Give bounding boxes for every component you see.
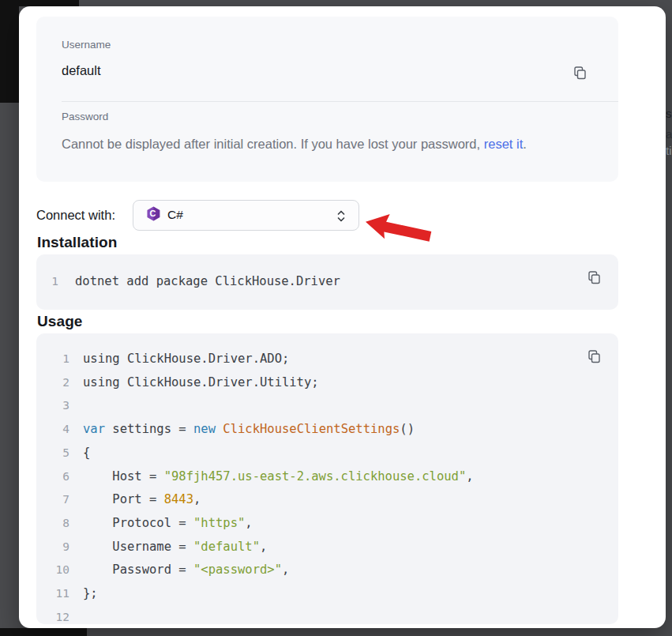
line-number: 1 [36,348,69,371]
csharp-icon: C [146,206,161,224]
background-underlay-dark [0,0,19,103]
code-line: 12 [36,606,618,624]
code-line: 1dotnet add package ClickHouse.Driver [36,270,618,294]
edge-text-fragment: ti [666,144,672,157]
connect-with-label: Connect with: [36,208,115,223]
username-label: Username [62,38,111,52]
code-line: 2using ClickHouse.Driver.Utility; [36,371,618,395]
code-text: { [83,442,90,465]
code-line: 6 Host = "98fjh457.us-east-2.aws.clickho… [36,465,618,489]
connection-modal: Username default Password Cannot be disp… [19,6,666,628]
red-arrow-annotation [362,205,437,246]
copy-username-button[interactable] [573,66,587,81]
line-number: 12 [36,606,69,624]
chevron-updown-icon [335,209,347,226]
line-number: 7 [36,488,69,512]
edge-text-fragment: s [666,107,672,120]
code-line: 9 Username = "default", [36,536,618,559]
code-line: 8 Protocol = "https", [36,512,618,536]
credentials-card: Username default Password Cannot be disp… [36,17,618,182]
card-divider [62,101,618,102]
password-help-text-main: Cannot be displayed after initial creati… [62,137,484,151]
line-number: 5 [36,442,69,465]
language-select-value: C# [167,208,183,222]
background-underlay-dark-bottom [0,628,87,636]
password-help-text: Cannot be displayed after initial creati… [62,135,527,152]
code-text: Username = "default", [83,536,267,559]
copy-icon [587,277,601,288]
copy-installation-code-button[interactable] [587,270,601,286]
line-number: 6 [36,465,69,489]
code-line: 4var settings = new ClickHouseClientSett… [36,418,618,442]
line-number: 3 [36,394,69,418]
copy-usage-code-button[interactable] [587,349,601,365]
code-line: 7 Port = 8443, [36,488,618,512]
code-text: Password = "<password>", [83,559,289,582]
code-text: Protocol = "https", [83,512,253,536]
line-number: 10 [36,559,69,582]
edge-text-fragment: a [666,127,672,141]
code-line: 11}; [36,582,618,606]
line-number: 4 [36,418,69,442]
code-text: using ClickHouse.Driver.ADO; [83,348,289,371]
code-text: dotnet add package ClickHouse.Driver [75,270,340,294]
code-line: 1using ClickHouse.Driver.ADO; [36,348,618,371]
usage-code-block: 1using ClickHouse.Driver.ADO;2using Clic… [36,333,618,624]
installation-code-block: 1dotnet add package ClickHouse.Driver [36,254,618,310]
code-text: var settings = new ClickHouseClientSetti… [83,418,415,442]
copy-icon [573,72,587,84]
line-number: 11 [36,582,69,606]
reset-password-link[interactable]: reset it [484,137,524,151]
code-text: using ClickHouse.Driver.Utility; [83,371,319,395]
line-number: 9 [36,536,69,559]
code-line: 10 Password = "<password>", [36,559,618,582]
connect-with-row: Connect with: C C# [36,199,359,231]
code-line: 3 [36,394,618,418]
code-text: Port = 8443, [83,488,201,512]
background-edge-strip: s a ti [666,0,672,636]
language-select[interactable]: C C# [133,200,359,231]
line-number: 1 [36,270,58,294]
password-label: Password [62,110,108,124]
code-text: Host = "98fjh457.us-east-2.aws.clickhous… [83,465,474,489]
line-number: 2 [36,371,69,395]
usage-heading: Usage [37,313,83,330]
password-help-text-suffix: . [523,137,527,151]
username-value: default [62,62,101,79]
background-underlay-dark-top [0,0,79,6]
code-line: 5{ [36,442,618,465]
installation-heading: Installation [37,234,118,251]
copy-icon [587,356,601,367]
line-number: 8 [36,512,69,536]
svg-text:C: C [150,209,156,218]
code-text: }; [83,582,98,606]
